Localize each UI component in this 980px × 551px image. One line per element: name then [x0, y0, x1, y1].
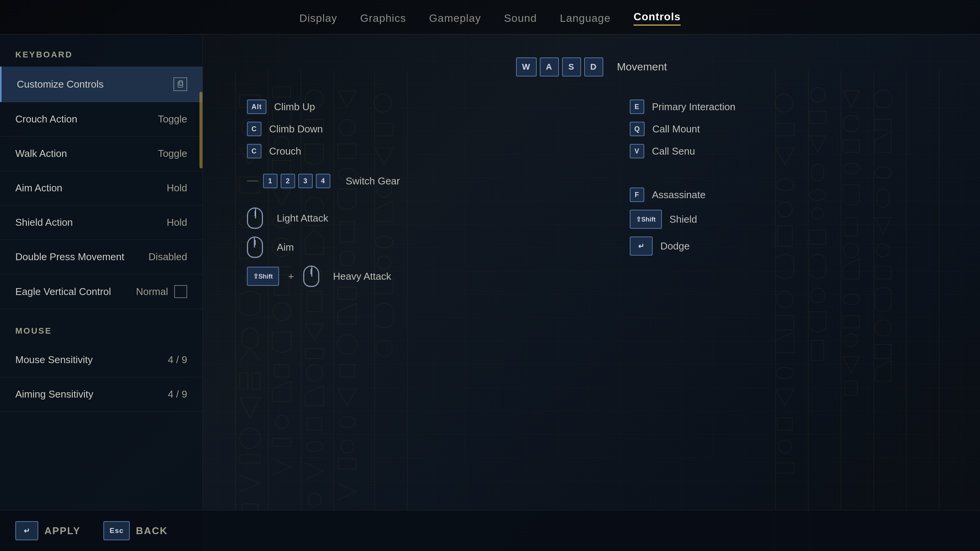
svg-point-35: [306, 365, 323, 381]
mouse-sensitivity-value: 4 / 9: [168, 354, 187, 366]
svg-point-74: [777, 291, 793, 308]
mouse-left-heavy-icon: [303, 266, 319, 287]
controls-left-column: Alt Climb Up C Climb Down C Crouch: [247, 96, 553, 291]
controls-grid: Alt Climb Up C Climb Down C Crouch: [247, 96, 936, 291]
climb-down-label: Climb Down: [269, 123, 323, 135]
key-f: F: [630, 187, 644, 202]
mouse-sensitivity-label: Mouse Sensitivity: [15, 354, 93, 366]
key-q: Q: [630, 122, 645, 136]
nav-graphics[interactable]: Graphics: [360, 12, 406, 24]
control-heavy-attack: ⇧Shift + Heavy Attack: [247, 262, 553, 291]
control-climb-up: Alt Climb Up: [247, 96, 553, 118]
svg-point-49: [341, 440, 354, 453]
control-switch-gear: 1 2 3 4 Switch Gear: [247, 170, 553, 192]
key-1: 1: [263, 174, 278, 188]
nav-language[interactable]: Language: [560, 12, 611, 24]
crouch-label: Crouch: [269, 145, 301, 157]
nav-controls[interactable]: Controls: [634, 11, 681, 26]
back-key-icon: Esc: [103, 521, 130, 540]
eagle-vertical-label: Eagle Vertical Control: [15, 286, 111, 298]
crouch-action-value: Toggle: [158, 113, 187, 125]
double-press-value: Disabled: [149, 251, 187, 263]
mouse-left-icon: [247, 207, 263, 229]
nav-display[interactable]: Display: [299, 12, 337, 24]
wasd-keys: W A S D: [516, 57, 603, 77]
controls-content: W A S D Movement Alt Climb Up: [247, 57, 936, 291]
svg-point-48: [339, 417, 356, 427]
movement-label: Movement: [617, 61, 667, 73]
controls-right-column: E Primary Interaction Q Call Mount V Cal…: [630, 96, 936, 291]
svg-point-93: [843, 294, 859, 305]
bottom-bar: ↵ APPLY Esc BACK: [0, 510, 980, 551]
heavy-attack-label: Heavy Attack: [333, 271, 391, 282]
aiming-sensitivity-value: 4 / 9: [168, 388, 187, 400]
call-mount-label: Call Mount: [652, 123, 700, 135]
keyboard-section-label: KEYBOARD: [0, 50, 203, 67]
svg-rect-47: [340, 365, 354, 377]
key-alt: Alt: [247, 99, 266, 114]
key-e: E: [630, 99, 644, 114]
walk-action-value: Toggle: [158, 148, 187, 160]
aim-action-value: Hold: [167, 182, 187, 194]
mouse-section-label: MOUSE: [0, 315, 203, 343]
apply-label: APPLY: [44, 525, 80, 537]
svg-rect-13: [252, 373, 260, 390]
key-4: 4: [316, 174, 330, 188]
double-press-label: Double Press Movement: [15, 251, 124, 263]
sidebar-item-eagle-vertical[interactable]: Eagle Vertical Control Normal: [0, 274, 203, 309]
primary-interaction-label: Primary Interaction: [652, 101, 735, 113]
svg-point-46: [338, 334, 357, 354]
svg-rect-34: [305, 348, 323, 359]
shield-action-label: Shield Action: [15, 217, 73, 228]
key-shift-shield: ⇧Shift: [630, 210, 662, 229]
sidebar-item-mouse-sensitivity[interactable]: Mouse Sensitivity 4 / 9: [0, 343, 203, 377]
control-dodge: ↵ Dodge: [630, 233, 936, 259]
key-c-climb: C: [247, 122, 261, 136]
key-2: 2: [281, 174, 295, 188]
back-action[interactable]: Esc BACK: [103, 521, 168, 540]
nav-sound[interactable]: Sound: [504, 12, 537, 24]
key-s: S: [562, 57, 581, 77]
svg-point-37: [306, 442, 323, 452]
customize-label: Customize Controls: [17, 78, 104, 90]
control-assassinate: F Assassinate: [630, 184, 936, 206]
svg-rect-1: [179, 81, 183, 85]
sidebar-item-walk-action[interactable]: Walk Action Toggle: [0, 137, 203, 171]
sidebar-item-customize[interactable]: Customize Controls: [0, 67, 203, 102]
eagle-vertical-checkbox[interactable]: [174, 285, 187, 298]
svg-rect-33: [307, 291, 322, 311]
crouch-action-label: Crouch Action: [15, 113, 77, 125]
svg-rect-75: [776, 316, 794, 330]
svg-rect-104: [875, 344, 891, 359]
aim-label: Aim: [277, 241, 294, 253]
key-enter: ↵: [630, 236, 653, 256]
apply-action[interactable]: ↵ APPLY: [15, 521, 80, 540]
svg-rect-96: [845, 381, 857, 395]
svg-point-26: [275, 416, 288, 429]
shield-label: Shield: [670, 214, 697, 225]
svg-point-103: [875, 320, 891, 336]
main-content: KEYBOARD Customize Controls Crouch Actio…: [0, 34, 980, 551]
controls-panel: W A S D Movement Alt Climb Up: [203, 34, 980, 551]
nav-gameplay[interactable]: Gameplay: [429, 12, 481, 24]
sidebar-item-aiming-sensitivity[interactable]: Aiming Sensitivity 4 / 9: [0, 377, 203, 412]
svg-point-76: [776, 367, 794, 379]
sidebar: KEYBOARD Customize Controls Crouch Actio…: [0, 34, 203, 551]
key-d: D: [584, 57, 603, 77]
top-navigation: Display Graphics Gameplay Sound Language…: [0, 0, 980, 34]
sidebar-item-aim-action[interactable]: Aim Action Hold: [0, 171, 203, 205]
eagle-vertical-value-container: Normal: [136, 285, 187, 298]
sidebar-item-crouch-action[interactable]: Crouch Action Toggle: [0, 102, 203, 137]
key-shift-heavy: ⇧Shift: [247, 267, 279, 286]
svg-rect-87: [812, 340, 824, 360]
svg-point-38: [308, 493, 321, 506]
key-a: A: [540, 57, 559, 77]
aiming-sensitivity-label: Aiming Sensitivity: [15, 388, 93, 400]
svg-rect-15: [240, 455, 260, 463]
switch-gear-label: Switch Gear: [346, 175, 400, 187]
svg-rect-11: [242, 328, 258, 348]
svg-rect-50: [338, 459, 356, 469]
shield-action-value: Hold: [167, 217, 187, 228]
sidebar-item-double-press[interactable]: Double Press Movement Disabled: [0, 240, 203, 274]
sidebar-item-shield-action[interactable]: Shield Action Hold: [0, 205, 203, 240]
